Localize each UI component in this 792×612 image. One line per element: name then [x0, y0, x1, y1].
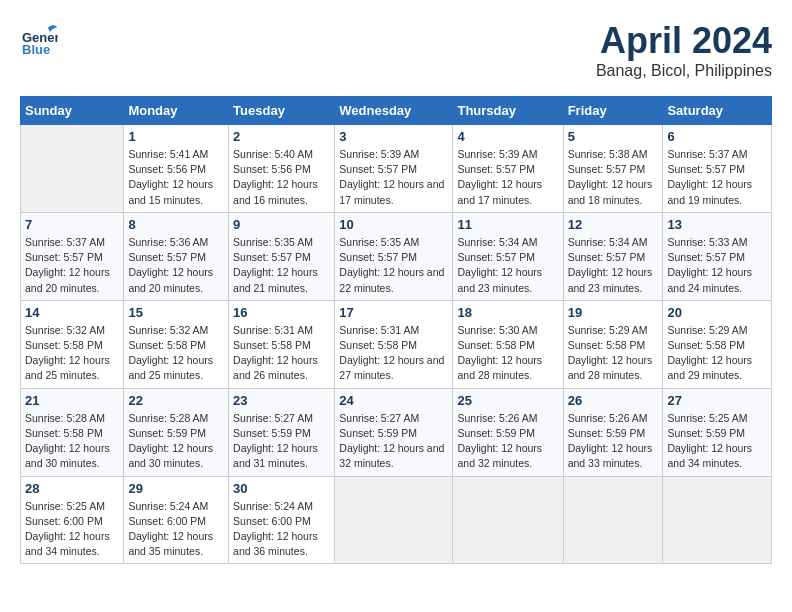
title-block: April 2024 Banag, Bicol, Philippines [596, 20, 772, 80]
day-info: Sunrise: 5:28 AMSunset: 5:59 PMDaylight:… [128, 411, 224, 472]
day-info: Sunrise: 5:26 AMSunset: 5:59 PMDaylight:… [457, 411, 558, 472]
logo-icon: General Blue [20, 20, 58, 58]
calendar-cell: 5Sunrise: 5:38 AMSunset: 5:57 PMDaylight… [563, 125, 663, 213]
day-info: Sunrise: 5:29 AMSunset: 5:58 PMDaylight:… [568, 323, 659, 384]
day-info: Sunrise: 5:39 AMSunset: 5:57 PMDaylight:… [339, 147, 448, 208]
column-header-thursday: Thursday [453, 97, 563, 125]
calendar-table: SundayMondayTuesdayWednesdayThursdayFrid… [20, 96, 772, 564]
calendar-cell: 25Sunrise: 5:26 AMSunset: 5:59 PMDayligh… [453, 388, 563, 476]
day-info: Sunrise: 5:29 AMSunset: 5:58 PMDaylight:… [667, 323, 767, 384]
calendar-week-row: 21Sunrise: 5:28 AMSunset: 5:58 PMDayligh… [21, 388, 772, 476]
day-number: 21 [25, 393, 119, 408]
day-info: Sunrise: 5:36 AMSunset: 5:57 PMDaylight:… [128, 235, 224, 296]
day-info: Sunrise: 5:35 AMSunset: 5:57 PMDaylight:… [233, 235, 330, 296]
calendar-cell: 24Sunrise: 5:27 AMSunset: 5:59 PMDayligh… [335, 388, 453, 476]
calendar-cell: 1Sunrise: 5:41 AMSunset: 5:56 PMDaylight… [124, 125, 229, 213]
day-number: 10 [339, 217, 448, 232]
day-number: 22 [128, 393, 224, 408]
day-number: 25 [457, 393, 558, 408]
calendar-cell [335, 476, 453, 564]
day-number: 3 [339, 129, 448, 144]
calendar-cell: 20Sunrise: 5:29 AMSunset: 5:58 PMDayligh… [663, 300, 772, 388]
day-info: Sunrise: 5:28 AMSunset: 5:58 PMDaylight:… [25, 411, 119, 472]
day-number: 28 [25, 481, 119, 496]
day-info: Sunrise: 5:27 AMSunset: 5:59 PMDaylight:… [339, 411, 448, 472]
day-number: 16 [233, 305, 330, 320]
calendar-cell: 23Sunrise: 5:27 AMSunset: 5:59 PMDayligh… [229, 388, 335, 476]
calendar-week-row: 28Sunrise: 5:25 AMSunset: 6:00 PMDayligh… [21, 476, 772, 564]
calendar-cell: 10Sunrise: 5:35 AMSunset: 5:57 PMDayligh… [335, 212, 453, 300]
calendar-cell: 29Sunrise: 5:24 AMSunset: 6:00 PMDayligh… [124, 476, 229, 564]
calendar-week-row: 7Sunrise: 5:37 AMSunset: 5:57 PMDaylight… [21, 212, 772, 300]
calendar-cell: 4Sunrise: 5:39 AMSunset: 5:57 PMDaylight… [453, 125, 563, 213]
day-info: Sunrise: 5:25 AMSunset: 6:00 PMDaylight:… [25, 499, 119, 560]
calendar-cell: 11Sunrise: 5:34 AMSunset: 5:57 PMDayligh… [453, 212, 563, 300]
day-info: Sunrise: 5:30 AMSunset: 5:58 PMDaylight:… [457, 323, 558, 384]
calendar-cell: 12Sunrise: 5:34 AMSunset: 5:57 PMDayligh… [563, 212, 663, 300]
calendar-cell [663, 476, 772, 564]
logo: General Blue General Blue [20, 20, 58, 58]
column-header-sunday: Sunday [21, 97, 124, 125]
day-info: Sunrise: 5:41 AMSunset: 5:56 PMDaylight:… [128, 147, 224, 208]
calendar-cell: 17Sunrise: 5:31 AMSunset: 5:58 PMDayligh… [335, 300, 453, 388]
day-info: Sunrise: 5:33 AMSunset: 5:57 PMDaylight:… [667, 235, 767, 296]
day-number: 23 [233, 393, 330, 408]
day-number: 5 [568, 129, 659, 144]
calendar-week-row: 1Sunrise: 5:41 AMSunset: 5:56 PMDaylight… [21, 125, 772, 213]
calendar-cell: 26Sunrise: 5:26 AMSunset: 5:59 PMDayligh… [563, 388, 663, 476]
calendar-cell: 22Sunrise: 5:28 AMSunset: 5:59 PMDayligh… [124, 388, 229, 476]
day-number: 13 [667, 217, 767, 232]
column-header-wednesday: Wednesday [335, 97, 453, 125]
day-info: Sunrise: 5:34 AMSunset: 5:57 PMDaylight:… [457, 235, 558, 296]
day-number: 26 [568, 393, 659, 408]
day-info: Sunrise: 5:34 AMSunset: 5:57 PMDaylight:… [568, 235, 659, 296]
day-info: Sunrise: 5:27 AMSunset: 5:59 PMDaylight:… [233, 411, 330, 472]
calendar-cell: 7Sunrise: 5:37 AMSunset: 5:57 PMDaylight… [21, 212, 124, 300]
calendar-cell: 27Sunrise: 5:25 AMSunset: 5:59 PMDayligh… [663, 388, 772, 476]
day-info: Sunrise: 5:37 AMSunset: 5:57 PMDaylight:… [667, 147, 767, 208]
calendar-cell: 13Sunrise: 5:33 AMSunset: 5:57 PMDayligh… [663, 212, 772, 300]
day-info: Sunrise: 5:40 AMSunset: 5:56 PMDaylight:… [233, 147, 330, 208]
column-header-friday: Friday [563, 97, 663, 125]
calendar-cell: 30Sunrise: 5:24 AMSunset: 6:00 PMDayligh… [229, 476, 335, 564]
day-number: 20 [667, 305, 767, 320]
calendar-cell [21, 125, 124, 213]
day-info: Sunrise: 5:31 AMSunset: 5:58 PMDaylight:… [339, 323, 448, 384]
day-number: 6 [667, 129, 767, 144]
day-number: 4 [457, 129, 558, 144]
calendar-cell [453, 476, 563, 564]
calendar-cell: 28Sunrise: 5:25 AMSunset: 6:00 PMDayligh… [21, 476, 124, 564]
calendar-header-row: SundayMondayTuesdayWednesdayThursdayFrid… [21, 97, 772, 125]
calendar-cell: 9Sunrise: 5:35 AMSunset: 5:57 PMDaylight… [229, 212, 335, 300]
day-info: Sunrise: 5:37 AMSunset: 5:57 PMDaylight:… [25, 235, 119, 296]
day-info: Sunrise: 5:32 AMSunset: 5:58 PMDaylight:… [25, 323, 119, 384]
day-info: Sunrise: 5:25 AMSunset: 5:59 PMDaylight:… [667, 411, 767, 472]
calendar-cell: 18Sunrise: 5:30 AMSunset: 5:58 PMDayligh… [453, 300, 563, 388]
calendar-cell: 19Sunrise: 5:29 AMSunset: 5:58 PMDayligh… [563, 300, 663, 388]
day-info: Sunrise: 5:32 AMSunset: 5:58 PMDaylight:… [128, 323, 224, 384]
subtitle: Banag, Bicol, Philippines [596, 62, 772, 80]
day-number: 15 [128, 305, 224, 320]
day-number: 2 [233, 129, 330, 144]
day-number: 19 [568, 305, 659, 320]
day-number: 7 [25, 217, 119, 232]
day-number: 24 [339, 393, 448, 408]
day-info: Sunrise: 5:35 AMSunset: 5:57 PMDaylight:… [339, 235, 448, 296]
day-number: 8 [128, 217, 224, 232]
column-header-tuesday: Tuesday [229, 97, 335, 125]
column-header-monday: Monday [124, 97, 229, 125]
calendar-cell: 21Sunrise: 5:28 AMSunset: 5:58 PMDayligh… [21, 388, 124, 476]
day-number: 9 [233, 217, 330, 232]
calendar-cell [563, 476, 663, 564]
day-number: 11 [457, 217, 558, 232]
calendar-week-row: 14Sunrise: 5:32 AMSunset: 5:58 PMDayligh… [21, 300, 772, 388]
day-info: Sunrise: 5:31 AMSunset: 5:58 PMDaylight:… [233, 323, 330, 384]
day-info: Sunrise: 5:39 AMSunset: 5:57 PMDaylight:… [457, 147, 558, 208]
day-info: Sunrise: 5:24 AMSunset: 6:00 PMDaylight:… [233, 499, 330, 560]
day-number: 30 [233, 481, 330, 496]
page-header: General Blue General Blue April 2024 Ban… [20, 20, 772, 80]
calendar-cell: 8Sunrise: 5:36 AMSunset: 5:57 PMDaylight… [124, 212, 229, 300]
calendar-cell: 6Sunrise: 5:37 AMSunset: 5:57 PMDaylight… [663, 125, 772, 213]
calendar-cell: 3Sunrise: 5:39 AMSunset: 5:57 PMDaylight… [335, 125, 453, 213]
day-number: 14 [25, 305, 119, 320]
